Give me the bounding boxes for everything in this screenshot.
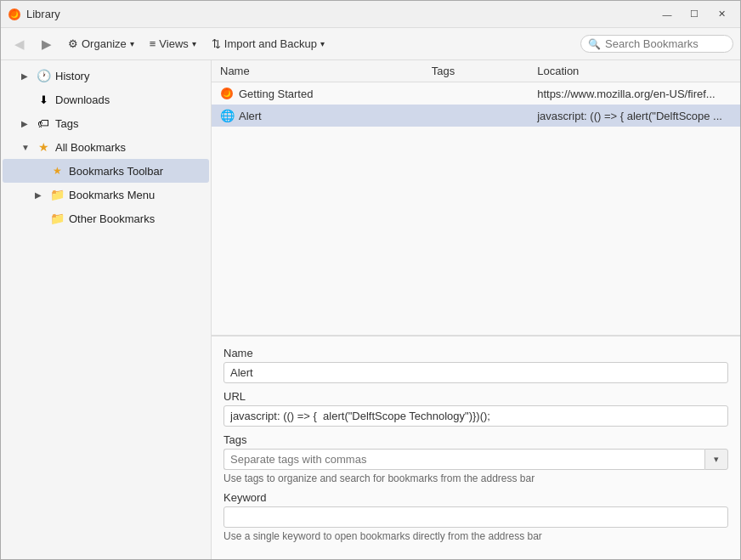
sidebar-item-bookmarks-toolbar[interactable]: ▶ ★ Bookmarks Toolbar bbox=[3, 159, 209, 183]
other-bookmarks-icon: 📁 bbox=[49, 212, 65, 225]
bookmark-name: Getting Started bbox=[239, 88, 313, 100]
search-input[interactable] bbox=[605, 37, 726, 50]
table-row[interactable]: 🌐 Alert javascript: (() => { alert("Delf… bbox=[212, 105, 740, 127]
organize-button[interactable]: ⚙ Organize ▾ bbox=[62, 35, 140, 53]
close-button[interactable]: ✕ bbox=[710, 6, 733, 23]
tags-label-text: Tags bbox=[223, 433, 246, 446]
organize-chevron-icon: ▾ bbox=[130, 39, 134, 48]
minimize-button[interactable]: — bbox=[655, 6, 679, 23]
table-row[interactable]: Getting Started https://www.mozilla.org/… bbox=[212, 82, 740, 105]
chevron-down-icon: ▼ bbox=[21, 143, 31, 152]
right-panel: Name Tags Location bbox=[212, 60, 740, 559]
main-content: ▶ 🕐 History ▶ ⬇ Downloads ▶ 🏷 Tags ▼ ★ A… bbox=[1, 60, 740, 559]
tags-input[interactable] bbox=[223, 449, 704, 470]
organize-label: Organize bbox=[82, 37, 127, 50]
keyword-label-text: Keyword bbox=[223, 491, 267, 504]
sidebar-item-label: Downloads bbox=[55, 93, 110, 106]
firefox-icon bbox=[8, 8, 21, 21]
bookmark-location: javascript: (() => { alert("DelftScope .… bbox=[529, 105, 740, 127]
tags-input-row: ▾ bbox=[223, 449, 728, 470]
col-header-name: Name bbox=[212, 60, 423, 82]
chevron-right-icon: ▶ bbox=[21, 119, 31, 128]
firefox-favicon-icon bbox=[220, 87, 234, 100]
bookmark-location: https://www.mozilla.org/en-US/firef... bbox=[529, 82, 740, 105]
search-icon: 🔍 bbox=[588, 38, 601, 50]
col-header-tags: Tags bbox=[423, 60, 529, 82]
url-field-group: URL bbox=[223, 390, 728, 427]
globe-favicon-icon: 🌐 bbox=[220, 109, 234, 122]
toolbar: ◀ ▶ ⚙ Organize ▾ ≡ Views ▾ ⇅ Import and … bbox=[1, 28, 740, 60]
name-input[interactable] bbox=[223, 362, 728, 383]
name-field-group: Name bbox=[223, 347, 728, 383]
downloads-icon: ⬇ bbox=[36, 93, 51, 106]
views-button[interactable]: ≡ Views ▾ bbox=[144, 35, 202, 53]
sidebar-item-label: Bookmarks Toolbar bbox=[69, 165, 163, 178]
url-label: URL bbox=[223, 390, 728, 403]
bookmarks-toolbar-icon: ★ bbox=[49, 165, 65, 177]
sidebar-item-bookmarks-menu[interactable]: ▶ 📁 Bookmarks Menu bbox=[3, 183, 209, 206]
keyword-input[interactable] bbox=[223, 506, 728, 528]
import-backup-button[interactable]: ⇅ Import and Backup ▾ bbox=[206, 35, 331, 53]
sidebar-item-label: Other Bookmarks bbox=[69, 212, 155, 225]
sidebar-item-downloads[interactable]: ▶ ⬇ Downloads bbox=[3, 88, 209, 111]
chevron-right-icon: ▶ bbox=[21, 71, 31, 81]
tags-field-group: Tags ▾ Use tags to organize and search f… bbox=[223, 433, 728, 484]
chevron-right-icon: ▶ bbox=[35, 190, 45, 200]
chevron-down-icon: ▾ bbox=[714, 454, 719, 465]
url-input[interactable] bbox=[223, 405, 728, 427]
tags-label: Tags bbox=[223, 433, 728, 446]
bookmark-tags bbox=[423, 82, 529, 105]
sidebar-item-label: All Bookmarks bbox=[55, 141, 126, 154]
title-bar: Library — ☐ ✕ bbox=[1, 1, 740, 28]
sidebar-item-tags[interactable]: ▶ 🏷 Tags bbox=[3, 111, 209, 135]
organize-icon: ⚙ bbox=[68, 37, 78, 50]
sidebar-item-other-bookmarks[interactable]: ▶ 📁 Other Bookmarks bbox=[3, 206, 209, 230]
views-label: Views bbox=[159, 37, 188, 50]
col-header-location: Location bbox=[529, 60, 740, 82]
bookmark-tags bbox=[423, 105, 529, 127]
maximize-button[interactable]: ☐ bbox=[682, 6, 706, 23]
views-icon: ≡ bbox=[150, 37, 156, 50]
search-box: 🔍 bbox=[580, 35, 733, 53]
edit-panel: Name URL Tags ▾ bbox=[212, 336, 740, 559]
import-backup-chevron-icon: ▾ bbox=[320, 39, 325, 48]
sidebar-item-label: History bbox=[55, 70, 89, 82]
url-label-text: URL bbox=[223, 390, 246, 403]
sidebar-item-label: Bookmarks Menu bbox=[69, 189, 155, 201]
tags-dropdown-button[interactable]: ▾ bbox=[704, 449, 728, 470]
tags-hint: Use tags to organize and search for book… bbox=[223, 472, 728, 484]
sidebar: ▶ 🕐 History ▶ ⬇ Downloads ▶ 🏷 Tags ▼ ★ A… bbox=[1, 60, 212, 559]
sidebar-item-history[interactable]: ▶ 🕐 History bbox=[3, 64, 209, 88]
keyword-field-group: Keyword Use a single keyword to open boo… bbox=[223, 491, 728, 542]
tags-icon: 🏷 bbox=[36, 116, 51, 130]
history-icon: 🕐 bbox=[36, 69, 51, 82]
forward-button[interactable]: ▶ bbox=[35, 32, 59, 56]
title-bar-left: Library bbox=[8, 8, 60, 21]
name-label: Name bbox=[223, 347, 728, 359]
bookmark-name: Alert bbox=[239, 110, 262, 122]
import-backup-label: Import and Backup bbox=[224, 37, 317, 50]
bookmarks-menu-icon: 📁 bbox=[49, 188, 65, 201]
views-chevron-icon: ▾ bbox=[192, 39, 196, 48]
keyword-label: Keyword bbox=[223, 491, 728, 504]
sidebar-item-label: Tags bbox=[55, 117, 78, 130]
bookmarks-table[interactable]: Name Tags Location bbox=[212, 60, 740, 336]
keyword-hint: Use a single keyword to open bookmarks d… bbox=[223, 530, 728, 542]
import-backup-icon: ⇅ bbox=[212, 37, 221, 50]
sidebar-item-all-bookmarks[interactable]: ▼ ★ All Bookmarks bbox=[3, 135, 209, 159]
name-label-text: Name bbox=[223, 347, 253, 359]
title-bar-controls: — ☐ ✕ bbox=[655, 6, 733, 23]
back-button[interactable]: ◀ bbox=[8, 32, 31, 56]
window-title: Library bbox=[26, 8, 60, 20]
all-bookmarks-icon: ★ bbox=[36, 140, 51, 154]
